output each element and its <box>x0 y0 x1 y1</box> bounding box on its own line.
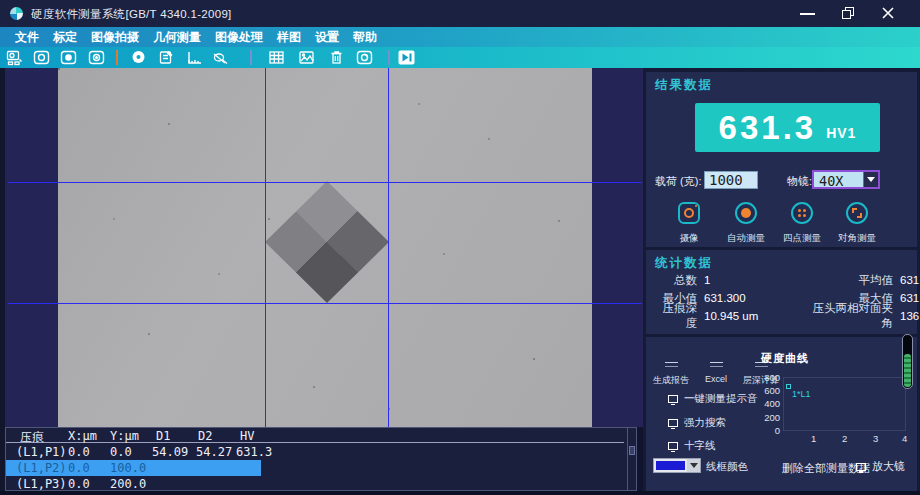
objective-dropdown[interactable]: 40X <box>812 170 880 189</box>
load-input[interactable] <box>704 171 758 189</box>
power-search-checkbox[interactable]: 强力搜索 <box>668 416 726 430</box>
button-label: 自动测量 <box>717 232 775 245</box>
button-label: 生成报告 <box>648 374 694 387</box>
table-row[interactable]: (L1,P3) 0.0 200.0 <box>6 476 624 492</box>
col-hv: HV <box>240 429 254 443</box>
ruler-icon[interactable] <box>186 49 203 66</box>
four-point-measure-button[interactable]: 四点测量 <box>773 202 831 245</box>
menu-geometry-measure[interactable]: 几何测量 <box>146 29 208 46</box>
ytick-label: 800 <box>754 372 780 383</box>
four-point-icon <box>791 202 813 224</box>
measurement-table: 压痕 X:μm Y:μm D1 D2 HV (L1,P1) 0.0 0.0 54… <box>5 427 637 491</box>
toolbar-separator <box>116 50 118 65</box>
menu-bar: 文件 标定 图像拍摄 几何测量 图像处理 样图 设置 帮助 <box>0 27 920 47</box>
ytick-label: 0 <box>754 425 780 436</box>
table-row[interactable]: (L1,P1) 0.0 0.0 54.09 54.27 631.3 <box>6 444 624 460</box>
diagonal-icon <box>846 202 868 224</box>
xtick-label: 1 <box>811 433 816 444</box>
menu-settings[interactable]: 设置 <box>308 29 346 46</box>
table-header: 压痕 X:μm Y:μm D1 D2 HV <box>6 428 624 443</box>
table-scrollbar[interactable] <box>627 428 636 490</box>
result-title: 结果数据 <box>655 77 713 94</box>
checkbox-icon <box>668 419 678 427</box>
delete-icon[interactable] <box>328 49 345 66</box>
checkbox-label: 一键测量提示音 <box>684 392 758 406</box>
diagonal-measure-button[interactable]: 对角测量 <box>828 202 886 245</box>
magnifier-button[interactable]: 放大镜 <box>856 459 905 474</box>
auto-measure-icon <box>735 202 757 224</box>
camera-snap-icon[interactable] <box>88 49 105 66</box>
stat-value: 1 <box>704 274 804 286</box>
data-table-icon[interactable] <box>268 49 285 66</box>
cell: 54.09 <box>152 445 188 459</box>
col-y: Y:μm <box>110 429 139 443</box>
magnifier-icon <box>856 463 866 471</box>
cell: (L1,P3) <box>16 477 67 491</box>
cell: 631.3 <box>236 445 272 459</box>
stat-label: 平均值 <box>804 273 900 288</box>
cell: 200.0 <box>110 477 146 491</box>
cell: (L1,P1) <box>16 445 67 459</box>
button-label: 四点测量 <box>773 232 831 245</box>
lens-icon[interactable] <box>212 49 229 66</box>
checkbox-label: 强力搜索 <box>684 416 726 430</box>
line-color-dropdown[interactable] <box>653 458 701 473</box>
minimize-icon[interactable] <box>800 13 815 15</box>
maximize-icon[interactable] <box>842 7 855 19</box>
camera-record-icon[interactable] <box>60 49 77 66</box>
hardness-unit: HV1 <box>826 125 856 141</box>
line-color-label: 线框颜色 <box>706 460 748 474</box>
objective-value: 40X <box>814 172 863 187</box>
menu-sample[interactable]: 样图 <box>270 29 308 46</box>
toolbar-separator <box>388 50 390 65</box>
generate-report-button[interactable]: 生成报告 <box>648 353 694 387</box>
xtick-label: 4 <box>902 433 907 444</box>
target-icon[interactable] <box>130 49 147 66</box>
screen-capture-icon[interactable] <box>6 49 23 66</box>
tools-section: 生成报告 Excel 层深计算 硬度曲线 800 600 400 200 0 1… <box>646 337 917 491</box>
auto-measure-button[interactable]: 自动测量 <box>717 202 775 245</box>
measure-line-horizontal-top <box>8 182 642 183</box>
checkbox-icon <box>668 395 678 403</box>
right-panel: 结果数据 631.3 HV1 载荷 (克): 物镜: 40X 摄像 自动测量 <box>643 68 920 495</box>
snapshot-icon[interactable] <box>356 49 373 66</box>
excel-button[interactable]: Excel <box>696 353 736 384</box>
menu-image-capture[interactable]: 图像拍摄 <box>84 29 146 46</box>
table-row-selected[interactable]: (L1,P2) 0.0 100.0 <box>6 460 261 476</box>
chart-title: 硬度曲线 <box>761 351 809 366</box>
cell: (L1,P2) <box>16 461 67 475</box>
cell: 100.0 <box>110 461 146 475</box>
title-bar: 硬度软件测量系统[GB/T 4340.1-2009] <box>0 0 920 27</box>
window-edge <box>0 68 5 495</box>
menu-image-process[interactable]: 图像处理 <box>208 29 270 46</box>
app-window: 硬度软件测量系统[GB/T 4340.1-2009] 文件 标定 图像拍摄 几何… <box>0 0 920 495</box>
level-indicator[interactable] <box>902 334 913 389</box>
menu-help[interactable]: 帮助 <box>346 29 384 46</box>
color-swatch <box>656 461 685 470</box>
xtick-label: 2 <box>842 433 847 444</box>
button-label: 摄像 <box>660 232 718 245</box>
chart-point-label: 1*L1 <box>792 389 811 399</box>
hardness-display: 631.3 HV1 <box>695 103 880 152</box>
play-next-icon[interactable] <box>398 49 415 66</box>
chart-data-point <box>786 384 791 389</box>
close-icon[interactable] <box>881 6 895 20</box>
image-icon[interactable] <box>298 49 315 66</box>
crosshair-checkbox[interactable]: 十字线 <box>668 439 716 453</box>
checkbox-label: 十字线 <box>684 439 716 453</box>
load-label: 载荷 (克): <box>655 174 701 189</box>
measure-line-vertical-left <box>265 68 266 427</box>
statistics-grid: 总数 1 平均值 631.300 最小值 631.300 最大值 631.300… <box>652 271 910 325</box>
beep-checkbox[interactable]: 一键测量提示音 <box>668 392 758 406</box>
edit-note-icon[interactable] <box>158 49 175 66</box>
stat-value: 631.300 <box>900 292 920 304</box>
menu-calibration[interactable]: 标定 <box>46 29 84 46</box>
cell: 54.27 <box>196 445 232 459</box>
chevron-down-icon <box>863 172 878 187</box>
capture-button[interactable]: 摄像 <box>660 202 718 245</box>
menu-file[interactable]: 文件 <box>8 29 46 46</box>
checkbox-icon <box>668 442 678 450</box>
stat-value: 10.945 um <box>704 310 804 322</box>
camera-live-icon[interactable] <box>33 49 50 66</box>
col-d1: D1 <box>156 429 170 443</box>
